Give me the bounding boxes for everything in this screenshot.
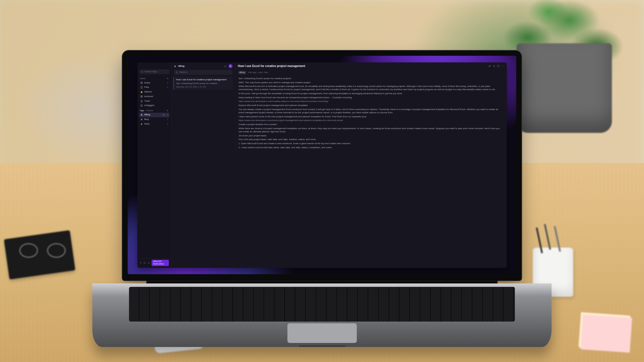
editor-tag-hint: Edit tags, notes, files... bbox=[248, 71, 270, 74]
decor-pot bbox=[517, 43, 612, 133]
trash-icon bbox=[140, 100, 143, 103]
theme-icon[interactable] bbox=[144, 261, 146, 264]
svg-point-8 bbox=[503, 66, 504, 66]
editor-tag-row[interactable]: #Blog Edit tags, notes, files... bbox=[235, 70, 507, 76]
editor-title[interactable]: How I use Excel for creative project man… bbox=[238, 64, 305, 68]
note-item-title: How I use Excel for creative project man… bbox=[176, 78, 231, 81]
checklist-icon[interactable] bbox=[493, 65, 495, 67]
sidebar: Search tags... Views Notes 2 bbox=[137, 62, 171, 268]
more-icon[interactable] bbox=[501, 65, 504, 67]
svg-rect-2 bbox=[140, 96, 143, 96]
editor-body[interactable]: Sub: Unleashing Excel's power for creati… bbox=[235, 76, 507, 153]
svg-point-0 bbox=[141, 71, 143, 73]
sidebar-item-notes[interactable]: Notes 2 bbox=[139, 81, 169, 85]
new-note-button[interactable]: + bbox=[228, 64, 232, 68]
search-icon bbox=[141, 70, 143, 73]
tab-tags[interactable]: Tags bbox=[140, 109, 144, 112]
svg-point-6 bbox=[501, 66, 502, 66]
note-icon bbox=[140, 81, 143, 84]
tags-header: Tags Folders bbox=[140, 109, 169, 112]
collapse-icon[interactable] bbox=[162, 114, 165, 116]
sort-button[interactable] bbox=[224, 65, 227, 68]
sidebar-item-files[interactable]: Files 2 bbox=[139, 85, 169, 90]
editor-panel: How I use Excel for creative project man… bbox=[235, 62, 507, 268]
tags-list: #Blog 1 Blog 1 Diary 1 bbox=[139, 113, 169, 126]
archive-icon bbox=[140, 95, 143, 98]
sync-icon[interactable] bbox=[147, 261, 150, 264]
account-icon[interactable] bbox=[140, 261, 142, 264]
sidebar-item-untagged[interactable]: Untagged bbox=[139, 103, 169, 108]
note-list-panel: #Blog + Search... How I use Excel for cr… bbox=[171, 62, 235, 268]
views-header: Views bbox=[140, 77, 169, 80]
sidebar-item-trash[interactable]: Trash bbox=[139, 99, 169, 103]
info-icon[interactable] bbox=[497, 65, 499, 67]
sidebar-item-archived[interactable]: Archived bbox=[139, 94, 169, 99]
sidebar-bottom: UNLOCK FEATURES bbox=[139, 258, 169, 266]
note-list-item[interactable]: How I use Excel for creative project man… bbox=[173, 77, 233, 90]
tag-item-diary[interactable]: Diary 1 bbox=[139, 122, 169, 127]
star-icon bbox=[140, 91, 143, 93]
decor-sticky-notes bbox=[581, 315, 632, 353]
note-search-placeholder: Search... bbox=[179, 71, 188, 74]
list-title: #Blog bbox=[178, 65, 184, 68]
note-search-input[interactable]: Search... bbox=[174, 70, 232, 75]
laptop-keyboard bbox=[129, 287, 515, 322]
svg-point-3 bbox=[140, 262, 141, 263]
hash-icon bbox=[140, 123, 143, 125]
views-list: Notes 2 Files 2 Starred bbox=[139, 81, 169, 108]
tag-item-blog-hash[interactable]: #Blog 1 bbox=[139, 113, 169, 117]
editor-tag-chip[interactable]: #Blog bbox=[238, 71, 246, 74]
untagged-icon bbox=[140, 104, 143, 107]
decor-glasses bbox=[19, 243, 66, 261]
laptop-trackpad bbox=[287, 323, 357, 343]
svg-point-7 bbox=[502, 66, 503, 66]
tab-folders[interactable]: Folders bbox=[146, 109, 153, 112]
hash-icon bbox=[140, 118, 143, 121]
sidebar-item-starred[interactable]: Starred bbox=[139, 90, 169, 94]
tag-search-input[interactable]: Search tags... bbox=[139, 69, 169, 74]
search-icon bbox=[175, 71, 178, 74]
file-icon bbox=[140, 86, 143, 89]
tag-item-blog[interactable]: Blog 1 bbox=[139, 117, 169, 122]
unlock-features-button[interactable]: UNLOCK FEATURES bbox=[151, 260, 169, 266]
note-item-subtitle: Sub: Unleashing Excel's power for creati… bbox=[176, 82, 231, 85]
add-tag-button[interactable] bbox=[166, 109, 169, 112]
note-item-date: Saturday, Nov 30, 2024, 1:41 PM bbox=[176, 86, 231, 88]
laptop: Search tags... Views Notes 2 bbox=[122, 51, 521, 347]
notes-app-window: Search tags... Views Notes 2 bbox=[137, 62, 507, 268]
hash-icon bbox=[174, 65, 176, 68]
attach-icon[interactable] bbox=[488, 65, 491, 67]
add-view-button[interactable] bbox=[166, 77, 169, 80]
svg-point-4 bbox=[176, 72, 177, 73]
hash-icon bbox=[140, 114, 143, 116]
tag-search-placeholder: Search tags... bbox=[145, 70, 159, 73]
